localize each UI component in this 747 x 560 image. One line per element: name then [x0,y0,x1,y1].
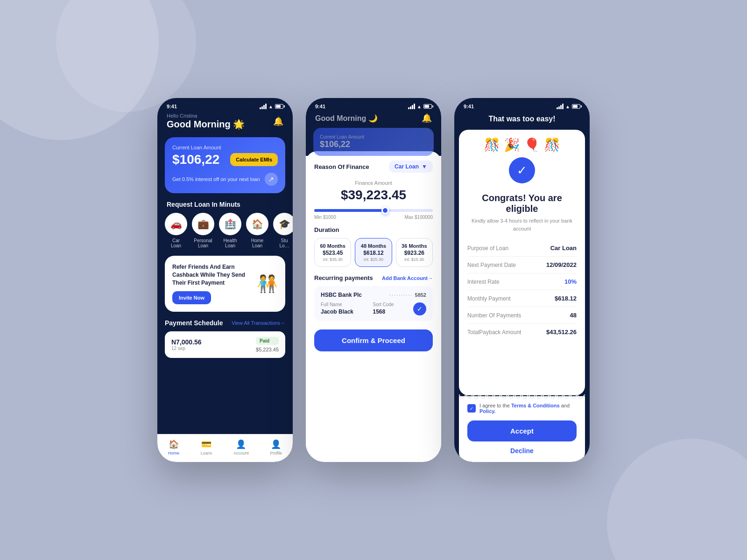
loan-type-personal[interactable]: 💼 PersonalLoan [192,213,214,248]
loan-details: Purpose of Loan Car Loan Next Payment Da… [467,240,577,340]
duration-options: 60 Months $523.45 int: $35.30 48 Months … [314,238,433,267]
loan-type-student[interactable]: 🎓 StuLo… [273,213,293,248]
payment-section: Payment Schedule View All Transactions→ … [157,319,293,358]
detail-payment-date: Next Payment Date 12/09/2022 [467,257,577,273]
reason-value: Car Loan [395,163,419,170]
full-name-label: Full Name [321,302,353,307]
slider-min: Min $1000 [314,215,336,220]
duration-60[interactable]: 60 Months $523.45 int: $35.30 [314,238,351,267]
nav-profile[interactable]: 👤 Profile [270,439,282,455]
detail-num-value: 48 [570,312,577,319]
duration-48[interactable]: 48 Months $618.12 int: $25.30 [355,238,392,267]
accept-button[interactable]: Accept [467,420,577,441]
loan-amount: $106,22 [172,152,219,167]
loans-nav-label: Loans [201,451,212,455]
duration-36-months: 36 Months [400,243,429,249]
status-icons-3: ▲ [557,104,580,109]
personal-icon: 💼 [192,213,214,235]
phone-3: 9:41 ▲ That was too easy! 🎊 🎉 🎈 🎊 ✓ [454,98,590,462]
car-label: CarLoan [171,238,181,248]
signal-icon-2 [408,104,415,109]
recurring-header: Recurring payments Add Bank Account→ [314,274,433,281]
check-icon: ✓ [517,163,527,178]
time-2: 9:41 [315,104,325,109]
detail-total-label: TotalPayback Amount [467,329,521,336]
home-nav-icon: 🏠 [169,439,179,449]
bell-icon-2[interactable]: 🔔 [422,113,432,123]
slider-fill [314,209,385,212]
add-bank-link[interactable]: Add Bank Account→ [382,275,433,281]
slider-thumb[interactable] [381,207,389,214]
policy-link[interactable]: Policy. [479,408,496,414]
p2-loan-amount: $106,22 [320,140,427,149]
nav-account[interactable]: 👤 Account [233,439,249,455]
greeting-sub: Hello Cristina [167,113,245,119]
detail-monthly: Monthly Payment $618.12 [467,290,577,307]
loan-interest-text: Get 0.5% interest off on your next loan [172,176,260,182]
signal-icon-3 [557,104,564,109]
detail-total-value: $43,512.26 [546,329,577,336]
congrats-title: Congrats! You are eligible [467,193,577,214]
health-label: HealthLoan [224,238,237,248]
battery-icon-2 [423,104,432,109]
bank-card: HSBC Bank Plc ·········· 5852 Full Name … [314,286,433,321]
refer-card: Refer Friends And Earn Cashback While Th… [165,256,285,312]
decline-button[interactable]: Decline [467,447,577,455]
loan-label: Current Loan Amount [172,145,278,150]
phone2-body: Reason Of Finance Car Loan ▼ Finance Amo… [306,151,441,450]
nav-loans[interactable]: 💳 Loans [201,439,212,455]
reason-label: Reason Of Finance [314,163,369,170]
home-icon: 🏠 [246,213,268,235]
loan-type-home[interactable]: 🏠 HomeLoan [246,213,268,248]
detail-purpose: Purpose of Loan Car Loan [467,240,577,257]
terms-checkbox[interactable]: ✓ [467,404,476,413]
bank-full-name-field: Full Name Jacob Black [321,302,353,315]
duration-36-amount: $923.26 [400,250,429,256]
loan-type-health[interactable]: 🏥 HealthLoan [219,213,241,248]
calculate-emis-button[interactable]: Calculate EMIs [230,153,278,166]
status-bar-1: 9:41 ▲ [157,98,293,111]
arrow-icon[interactable]: ↗ [265,173,278,186]
reason-row: Reason Of Finance Car Loan ▼ [314,161,433,173]
slider-track [314,209,433,212]
nav-home[interactable]: 🏠 Home [168,439,179,455]
loans-nav-icon: 💳 [201,439,211,449]
detail-interest: Interest Rate 10% [467,273,577,290]
bank-name: HSBC Bank Plc [321,292,362,298]
duration-36[interactable]: 36 Months $923.26 int: $15.30 [396,238,433,267]
terms-text: I agree to the Terms & Conditions and Po… [479,403,577,414]
payment-title: Payment Schedule [165,319,223,327]
wifi-icon-1: ▲ [268,104,273,109]
confetti-decoration: 🎊 🎉 🎈 🎊 [484,138,560,152]
terms-row: ✓ I agree to the Terms & Conditions and … [467,403,577,414]
status-icons-2: ▲ [408,104,432,109]
finance-amount: $39,223.45 [314,188,433,203]
account-nav-icon: 👤 [236,439,246,449]
detail-total-payback: TotalPayback Amount $43,512.26 [467,324,577,340]
p2-greeting: Good Morning 🌙 [315,114,378,123]
check-circle-icon: ✓ [413,302,426,315]
phone-1: 9:41 ▲ Hello Cristina Good Morning 🌟 🔔 C [157,98,293,462]
time-1: 9:41 [167,104,177,109]
bank-sort-code-field: Sort Code 1568 [373,302,394,315]
greeting-main: Good Morning 🌟 [167,119,245,130]
reason-select[interactable]: Car Loan ▼ [389,161,433,173]
loan-types-title: Request Loan In Minuts [157,201,293,213]
battery-icon-1 [275,104,283,109]
view-all-link[interactable]: View All Transactions→ [232,320,285,326]
time-3: 9:41 [464,104,474,109]
confirm-proceed-button[interactable]: Confirm & Proceed [314,329,433,351]
status-bar-2: 9:41 ▲ [306,98,441,111]
invite-now-button[interactable]: Invite Now [172,291,211,304]
car-icon: 🚗 [165,213,187,235]
slider-max: Max $100000 [404,215,433,220]
finance-slider[interactable] [314,209,433,212]
payment-total: $5,223.45 [256,347,279,352]
profile-nav-label: Profile [270,451,282,455]
zigzag-separator [459,393,585,399]
loan-type-car[interactable]: 🚗 CarLoan [165,213,187,248]
student-icon: 🎓 [273,213,293,235]
payment-row: N7,000.56 12 sep Paid $5,223.45 [165,331,285,358]
terms-conditions-link[interactable]: Terms & Conditions [511,403,560,408]
bell-icon[interactable]: 🔔 [273,116,283,126]
